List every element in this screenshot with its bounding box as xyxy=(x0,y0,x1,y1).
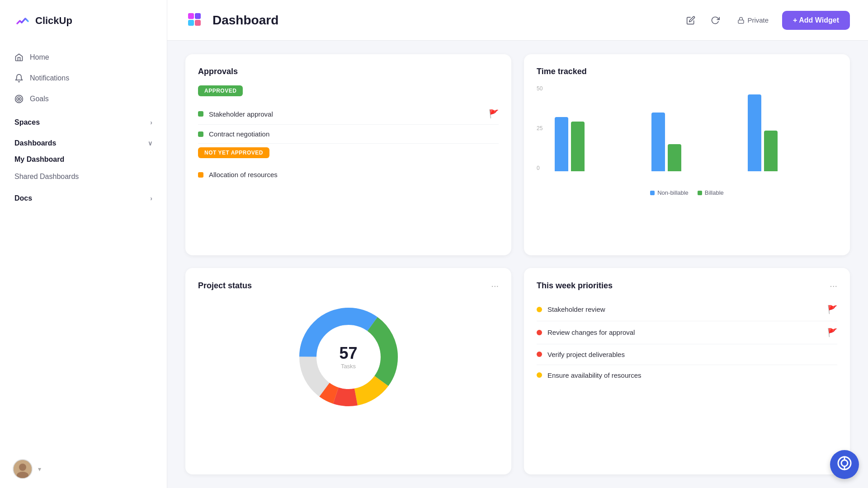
add-widget-button[interactable]: + Add Widget xyxy=(782,11,850,30)
avatar-image xyxy=(13,459,33,479)
priority-label-2: Review changes for approval xyxy=(547,328,635,336)
watermark-icon xyxy=(837,455,852,474)
clickup-logo-icon xyxy=(14,13,31,29)
spaces-chevron: › xyxy=(150,119,152,126)
time-chart: 50 25 0 xyxy=(537,85,837,185)
user-menu-chevron[interactable]: ▾ xyxy=(38,465,41,473)
bar-group-1 xyxy=(555,117,644,171)
svg-rect-8 xyxy=(195,13,201,19)
svg-point-3 xyxy=(18,98,19,99)
bar-blue-1 xyxy=(555,117,568,171)
priorities-title: This week priorities xyxy=(537,281,613,291)
priority-item-verify-deliverables: Verify project deliverables xyxy=(537,344,837,365)
topbar: Dashboard Private + Add Widget xyxy=(167,0,868,41)
y-label-25: 25 xyxy=(537,125,550,131)
sidebar-item-home-label: Home xyxy=(30,53,49,61)
priorities-card: This week priorities ··· Stakeholder rev… xyxy=(524,268,850,475)
logo-text: ClickUp xyxy=(35,15,72,27)
goals-icon xyxy=(14,94,24,103)
avatar xyxy=(13,459,33,479)
legend-non-billable: Non-billable xyxy=(650,189,689,196)
sidebar-navigation: Home Notifications Goals Spaces › Dashbo… xyxy=(0,42,167,211)
approvals-card: Approvals APPROVED Stakeholder approval … xyxy=(185,54,511,255)
chart-legend: Non-billable Billable xyxy=(537,189,837,196)
dashboards-label: Dashboards xyxy=(14,139,56,147)
approval-item-allocation: Allocation of resources xyxy=(198,165,499,184)
approval-label-allocation: Allocation of resources xyxy=(209,171,278,178)
legend-dot-green xyxy=(698,191,702,195)
sidebar-item-home[interactable]: Home xyxy=(0,47,167,68)
shared-dashboards-label: Shared Dashboards xyxy=(14,173,79,180)
home-icon xyxy=(14,53,24,62)
task-label: Tasks xyxy=(339,363,357,370)
bar-green-1 xyxy=(571,122,585,171)
flag-icon-1: 🚩 xyxy=(827,305,837,314)
project-status-card: Project status ··· xyxy=(185,268,511,475)
donut-center-label: 57 Tasks xyxy=(339,344,357,370)
time-tracked-card: Time tracked 50 25 0 xyxy=(524,54,850,255)
y-label-50: 50 xyxy=(537,85,550,92)
svg-rect-7 xyxy=(188,13,194,19)
my-dashboard-label: My Dashboard xyxy=(14,155,64,163)
bar-blue-3 xyxy=(748,94,761,171)
sidebar-spaces-section[interactable]: Spaces › xyxy=(0,109,167,130)
donut-chart-container: 57 Tasks xyxy=(198,298,499,416)
flag-icon-stakeholder: 🚩 xyxy=(489,109,499,119)
legend-dot-blue xyxy=(650,191,655,195)
priorities-header: This week priorities ··· xyxy=(537,281,837,291)
project-status-title: Project status xyxy=(198,281,252,291)
sidebar-dashboards-section[interactable]: Dashboards ∨ xyxy=(0,130,167,151)
priorities-menu-button[interactable]: ··· xyxy=(830,281,837,291)
private-label: Private xyxy=(747,16,769,24)
project-status-header: Project status ··· xyxy=(198,281,499,291)
sidebar-docs-section[interactable]: Docs › xyxy=(0,185,167,206)
svg-point-19 xyxy=(841,460,848,466)
add-widget-label: + Add Widget xyxy=(793,16,839,24)
priority-label-4: Ensure availability of resources xyxy=(547,371,642,379)
sidebar-item-notifications[interactable]: Notifications xyxy=(0,68,167,89)
approval-label-contract: Contract negotiation xyxy=(209,130,269,138)
dashboard-content: Approvals APPROVED Stakeholder approval … xyxy=(167,41,868,488)
logo-area: ClickUp xyxy=(0,0,167,42)
private-toggle[interactable]: Private xyxy=(731,13,775,28)
bar-group-3 xyxy=(748,94,837,171)
approval-item-stakeholder: Stakeholder approval 🚩 xyxy=(198,103,499,125)
sidebar-item-shared-dashboards[interactable]: Shared Dashboards xyxy=(0,168,167,185)
time-tracked-title: Time tracked xyxy=(537,67,837,76)
project-status-menu-button[interactable]: ··· xyxy=(491,281,499,291)
sidebar-item-goals[interactable]: Goals xyxy=(0,89,167,109)
svg-point-2 xyxy=(17,97,21,101)
not-approved-dot xyxy=(198,172,203,178)
chart-bars-area xyxy=(555,85,837,171)
docs-chevron: › xyxy=(150,195,152,202)
priority-item-ensure-availability: Ensure availability of resources xyxy=(537,365,837,385)
svg-rect-10 xyxy=(195,20,201,26)
edit-button[interactable] xyxy=(682,12,699,29)
task-count: 57 xyxy=(339,344,357,363)
dashboard-grid-icon xyxy=(185,10,205,30)
sidebar: ClickUp Home Notifications Goals Spaces … xyxy=(0,0,167,488)
refresh-button[interactable] xyxy=(707,12,724,29)
priority-label-3: Verify project deliverables xyxy=(547,351,625,358)
watermark xyxy=(830,450,859,479)
priority-dot-yellow-1 xyxy=(537,307,542,312)
legend-non-billable-label: Non-billable xyxy=(657,189,689,196)
not-approved-badge: NOT YET APPROVED xyxy=(198,147,269,158)
legend-billable-label: Billable xyxy=(705,189,724,196)
sidebar-item-goals-label: Goals xyxy=(30,95,49,103)
svg-point-5 xyxy=(19,464,26,471)
bar-green-3 xyxy=(764,131,778,171)
spaces-label: Spaces xyxy=(14,118,40,127)
priority-item-review-changes: Review changes for approval 🚩 xyxy=(537,321,837,344)
svg-rect-9 xyxy=(188,20,194,26)
main-area: Dashboard Private + Add Widget Approvals… xyxy=(167,0,868,488)
approval-item-contract: Contract negotiation xyxy=(198,125,499,144)
docs-label: Docs xyxy=(14,194,32,202)
approvals-title: Approvals xyxy=(198,67,499,76)
chart-y-labels: 50 25 0 xyxy=(537,85,550,171)
sidebar-item-my-dashboard[interactable]: My Dashboard xyxy=(0,151,167,168)
topbar-actions: Private + Add Widget xyxy=(682,11,850,30)
y-label-0: 0 xyxy=(537,165,550,171)
flag-icon-2: 🚩 xyxy=(827,328,837,338)
legend-billable: Billable xyxy=(698,189,724,196)
